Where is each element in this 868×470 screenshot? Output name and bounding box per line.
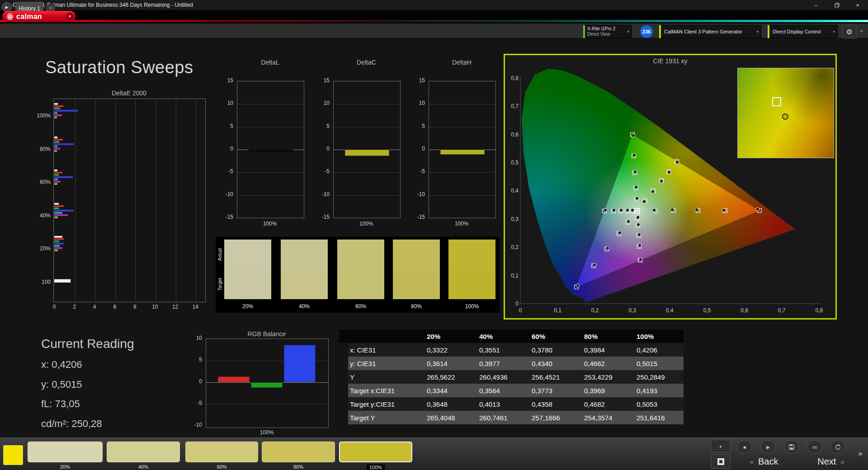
pattern-bar: ▲ ■ ▶ ∞ « Back Next » » 20%40%60%80%10 (0, 437, 868, 470)
deltae-bar (54, 212, 62, 214)
measured-point (675, 160, 679, 164)
back-chevrons-icon: « (750, 458, 754, 465)
minimize-button[interactable]: – (806, 0, 826, 10)
expand-panel-chevron[interactable]: » (854, 440, 866, 468)
save-button[interactable] (784, 440, 799, 454)
deltae-chart-title: DeltaE 2000 (53, 89, 205, 97)
axis-label: 0,5 (703, 307, 711, 314)
red-balance-bar (218, 376, 250, 382)
deltae-bar (54, 143, 74, 145)
axis-label: 0,1 (554, 307, 561, 314)
table-cell: 257,1666 (530, 414, 582, 422)
settings-button[interactable]: ⚙ (842, 25, 857, 38)
patch-label: 80% (293, 464, 303, 470)
swatch-label: 40% (299, 303, 310, 310)
display-control-label: Direct Display Control (773, 29, 821, 34)
actual-row-label: Actual (217, 240, 224, 269)
pattern-panel-up-button[interactable]: ▲ (711, 440, 731, 452)
target-row-label: Target (217, 269, 224, 299)
deltal-bar (249, 150, 293, 152)
measured-point (652, 208, 656, 212)
deltae-bar (54, 112, 57, 114)
patch-40%[interactable] (107, 442, 180, 462)
axis-label: -15 (314, 214, 330, 220)
axis-label: 5 (218, 123, 233, 129)
patch-100%[interactable] (339, 442, 412, 462)
meter-selector[interactable]: X-Rite i1Pro 2 Direct View ▾ (583, 25, 632, 38)
deltae-bar (54, 150, 57, 152)
table-cell: 265,4048 (425, 414, 477, 422)
deltac-chart-plot (333, 81, 401, 218)
pattern-window-button[interactable] (711, 454, 731, 469)
cie-1931-panel: CIE 1931 xy (504, 54, 837, 320)
axis-label: -5 (314, 168, 330, 174)
table-cell: 256,4521 (530, 373, 582, 381)
deltae-bar (54, 110, 78, 112)
table-cell: 0,5053 (635, 400, 684, 408)
meter-mode: Direct View (587, 32, 615, 37)
green-balance-bar (251, 382, 283, 388)
table-cell: 0,4662 (582, 360, 635, 367)
axis-label: 12 (172, 304, 178, 310)
gridline (237, 195, 304, 196)
target-swatch-40% (281, 269, 328, 299)
axis-label: -10 (314, 191, 330, 197)
measured-point (632, 153, 636, 156)
continuous-mode-button[interactable]: ∞ (807, 440, 822, 454)
calman-star-icon (6, 13, 14, 21)
patch-80%[interactable] (262, 442, 335, 462)
restore-icon (835, 3, 840, 8)
axis-label: 0 (53, 304, 56, 310)
deltae-bar (54, 136, 57, 138)
axis-label: -15 (218, 214, 233, 220)
play-button[interactable]: ▶ (760, 440, 776, 454)
axis-label: 0 (519, 307, 522, 314)
table-cell: 0,3977 (477, 360, 530, 367)
axis-label: 0,4 (506, 188, 519, 194)
stop-button[interactable]: ■ (737, 440, 752, 454)
table-cell: 0,3344 (425, 387, 477, 395)
deltae-bar (54, 238, 64, 240)
back-button[interactable]: « Back (739, 455, 789, 468)
table-header-cell: 100% (635, 333, 684, 340)
meter-read-count-badge[interactable]: 236 (640, 25, 653, 38)
table-cell: 0,3984 (582, 346, 635, 354)
calman-menu-button[interactable]: calman ▼ (2, 11, 75, 22)
table-cell: 0,3551 (477, 346, 530, 354)
deltal-chart-plot (237, 81, 304, 218)
table-header-cell: 80% (582, 333, 635, 340)
axis-label: 0,8 (815, 307, 823, 314)
row-label: Target y:CIE31 (348, 400, 425, 408)
deltah-bar (440, 150, 485, 155)
next-button[interactable]: Next » (807, 455, 854, 468)
swatch-label: 60% (355, 303, 366, 310)
restore-button[interactable] (826, 0, 847, 10)
tabbar-overflow-chevron[interactable]: » (860, 27, 863, 34)
measured-point (756, 207, 759, 211)
deltae-bar (54, 216, 58, 218)
measured-point (638, 244, 641, 247)
axis-label: 0,5 (506, 160, 519, 166)
logo-dropdown-icon[interactable]: ▼ (66, 13, 74, 20)
display-control-selector[interactable]: Direct Display Control ▾ (768, 25, 838, 38)
axis-label: 15 (410, 77, 425, 84)
deltae-bar (54, 139, 63, 141)
deltae-bar (54, 245, 60, 247)
rgb-x-label: 100% (260, 429, 274, 436)
reading-x: x: 0,4206 (41, 359, 82, 371)
table-cell: 0,4193 (635, 387, 684, 395)
patch-20%[interactable] (28, 442, 103, 462)
actual-swatch-20% (224, 240, 271, 269)
deltae-bar (54, 181, 61, 183)
axis-label: 0,3 (506, 216, 519, 222)
pattern-generator-selector[interactable]: CalMAN Client 3 Pattern Generator ▾ (659, 25, 761, 38)
deltae-bar (54, 172, 62, 174)
refresh-button[interactable] (830, 440, 845, 454)
close-button[interactable]: × (847, 0, 868, 10)
cie-zoom-inset (737, 68, 834, 158)
patch-60%[interactable] (185, 442, 258, 462)
patch-label: 40% (138, 464, 148, 470)
measured-point (627, 220, 630, 223)
table-header-cell: 20% (425, 333, 477, 340)
axis-label: 8 (133, 304, 137, 310)
